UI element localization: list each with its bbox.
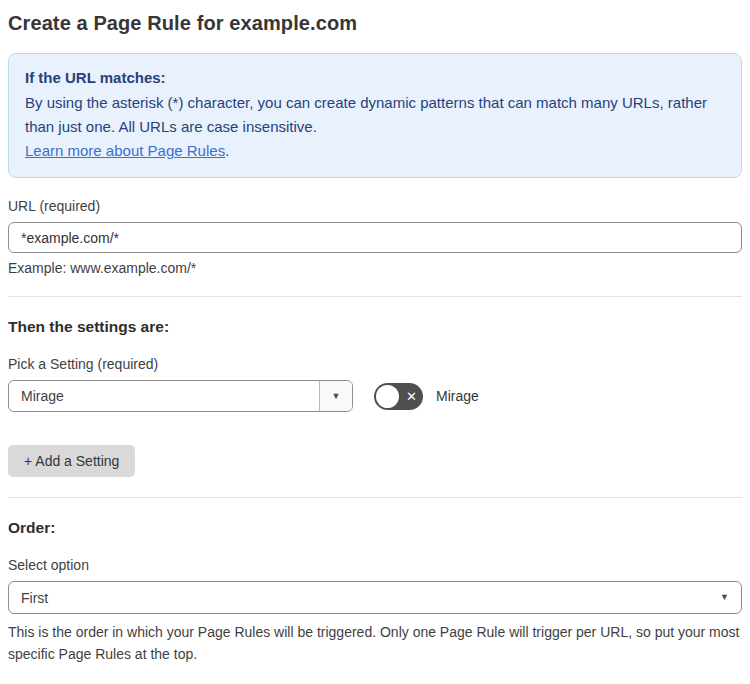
divider <box>8 296 742 297</box>
info-box-body: By using the asterisk (*) character, you… <box>25 91 725 139</box>
setting-select-value: Mirage <box>9 381 319 411</box>
toggle-knob <box>376 385 399 408</box>
url-match-info-box: If the URL matches: By using the asteris… <box>8 53 742 178</box>
order-select-value: First <box>21 590 48 606</box>
order-help-text: This is the order in which your Page Rul… <box>8 621 742 665</box>
order-section-heading: Order: <box>8 519 742 537</box>
link-period: . <box>225 142 229 159</box>
page-title: Create a Page Rule for example.com <box>8 12 742 35</box>
url-example-hint: Example: www.example.com/* <box>8 260 742 276</box>
learn-more-link[interactable]: Learn more about Page Rules <box>25 142 225 159</box>
divider <box>8 497 742 498</box>
toggle-off-x-icon: ✕ <box>406 390 417 403</box>
url-field-label: URL (required) <box>8 198 742 214</box>
setting-select-arrow-button[interactable]: ▼ <box>319 381 352 411</box>
add-setting-button[interactable]: + Add a Setting <box>8 445 135 477</box>
setting-picker-label: Pick a Setting (required) <box>8 356 742 372</box>
order-select[interactable]: First ▼ <box>8 581 742 614</box>
mirage-toggle[interactable]: ✕ <box>374 383 423 410</box>
setting-select[interactable]: Mirage ▼ <box>8 380 353 412</box>
chevron-down-icon: ▼ <box>720 593 729 602</box>
url-input[interactable] <box>8 222 742 253</box>
chevron-down-icon: ▼ <box>332 392 341 401</box>
settings-section-heading: Then the settings are: <box>8 318 742 336</box>
toggle-setting-label: Mirage <box>436 388 479 404</box>
order-select-label: Select option <box>8 557 742 573</box>
info-box-heading: If the URL matches: <box>25 66 725 90</box>
setting-row: Mirage ▼ ✕ Mirage <box>8 380 742 412</box>
info-box-link-line: Learn more about Page Rules. <box>25 139 725 163</box>
